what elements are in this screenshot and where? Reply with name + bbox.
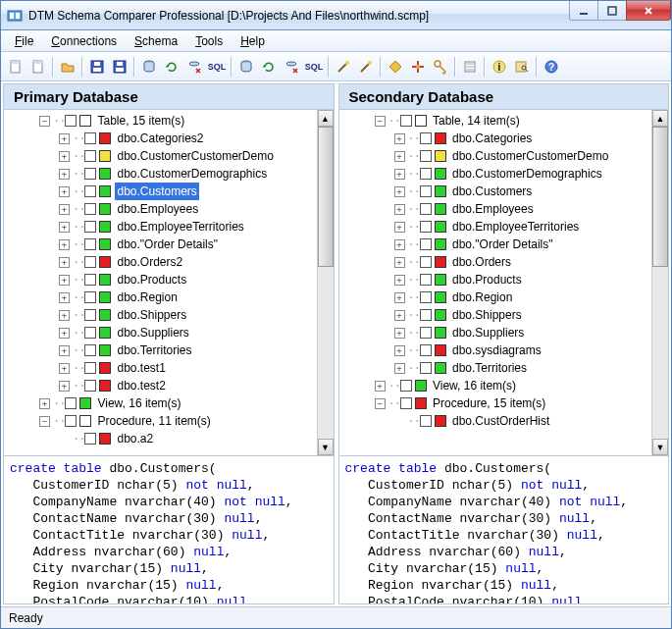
- tree-node[interactable]: −·· Table, 14 item(s): [341, 112, 650, 130]
- checkbox[interactable]: [84, 256, 96, 268]
- node-label[interactable]: dbo.CustomerCustomerDemo: [115, 147, 275, 165]
- node-label[interactable]: dbo.sysdiagrams: [450, 341, 543, 359]
- tree-node[interactable]: +·· dbo.test1: [6, 359, 315, 377]
- tree-node[interactable]: +·· dbo.CustomerDemographics: [6, 165, 315, 183]
- checkbox[interactable]: [84, 168, 96, 180]
- node-label[interactable]: Procedure, 11 item(s): [95, 412, 212, 430]
- expander-icon[interactable]: +: [59, 186, 70, 197]
- tree-node[interactable]: +·· dbo.Employees: [341, 200, 650, 218]
- tree-node[interactable]: −·· Table, 15 item(s): [6, 112, 315, 130]
- checkbox[interactable]: [84, 380, 96, 392]
- help-icon[interactable]: ?: [541, 56, 562, 78]
- expander-icon[interactable]: −: [375, 398, 386, 409]
- expander-icon[interactable]: +: [394, 151, 405, 162]
- expander-icon[interactable]: +: [394, 239, 405, 250]
- checkbox[interactable]: [400, 380, 412, 392]
- tree-node[interactable]: +·· dbo.Region: [341, 288, 650, 306]
- menu-help[interactable]: Help: [233, 32, 273, 50]
- tree-node[interactable]: +·· dbo.Suppliers: [6, 324, 315, 341]
- expander-icon[interactable]: +: [59, 222, 70, 233]
- expander-icon[interactable]: +: [394, 133, 405, 144]
- expander-icon[interactable]: +: [59, 345, 70, 356]
- checkbox[interactable]: [420, 203, 432, 215]
- node-label[interactable]: dbo.Shippers: [450, 306, 524, 324]
- node-label[interactable]: dbo.Customers: [115, 183, 198, 200]
- tree-node[interactable]: ·· dbo.a2: [6, 430, 315, 447]
- checkbox[interactable]: [420, 132, 432, 144]
- menu-tools[interactable]: Tools: [187, 32, 231, 50]
- node-label[interactable]: dbo.Employees: [115, 200, 200, 218]
- checkbox[interactable]: [420, 221, 432, 233]
- tree-node[interactable]: +·· dbo.Shippers: [6, 306, 315, 324]
- expander-icon[interactable]: +: [59, 133, 70, 144]
- checkbox[interactable]: [420, 362, 432, 374]
- filter-icon[interactable]: [459, 56, 481, 78]
- minimize-button[interactable]: [569, 1, 598, 21]
- info-icon[interactable]: i: [489, 56, 510, 78]
- hscrollbar[interactable]: ◀▶: [339, 455, 669, 456]
- node-label[interactable]: dbo.a2: [115, 430, 155, 447]
- open-icon[interactable]: [57, 56, 78, 78]
- tree-node[interactable]: +·· dbo.CustomerDemographics: [341, 165, 650, 183]
- checkbox[interactable]: [420, 344, 432, 356]
- tree-node[interactable]: +·· View, 16 item(s): [6, 394, 315, 412]
- expander-icon[interactable]: +: [39, 398, 50, 409]
- checkbox[interactable]: [420, 168, 432, 180]
- primary-sql[interactable]: create table dbo.Customers( CustomerID n…: [4, 456, 334, 603]
- node-label[interactable]: dbo.Territories: [115, 341, 193, 359]
- checkbox[interactable]: [84, 274, 96, 286]
- primary-tree[interactable]: −·· Table, 15 item(s)+·· dbo.Categories2…: [4, 110, 334, 456]
- checkbox[interactable]: [65, 397, 77, 409]
- sql2-icon[interactable]: SQL: [303, 56, 325, 78]
- tree-node[interactable]: +·· dbo.Categories: [341, 130, 650, 147]
- node-label[interactable]: dbo.Orders: [450, 253, 513, 271]
- expander-icon[interactable]: −: [375, 116, 386, 127]
- tree-node[interactable]: −·· Procedure, 15 item(s): [341, 394, 650, 412]
- node-label[interactable]: dbo.CustomerDemographics: [450, 165, 604, 183]
- expander-icon[interactable]: +: [59, 204, 70, 215]
- tree-node[interactable]: +·· dbo.test2: [6, 377, 315, 394]
- node-label[interactable]: dbo.Region: [450, 288, 514, 306]
- expander-icon[interactable]: [394, 416, 405, 427]
- checkbox[interactable]: [420, 309, 432, 321]
- tree-node[interactable]: +·· dbo.Products: [341, 271, 650, 288]
- expander-icon[interactable]: +: [59, 257, 70, 268]
- checkbox[interactable]: [84, 150, 96, 162]
- node-label[interactable]: dbo.Categories2: [115, 130, 205, 147]
- node-label[interactable]: dbo.Categories: [450, 130, 534, 147]
- tree-node[interactable]: ·· dbo.CustOrderHist: [341, 412, 650, 430]
- node-label[interactable]: dbo.test2: [115, 377, 167, 394]
- expander-icon[interactable]: −: [39, 416, 50, 427]
- checkbox[interactable]: [84, 327, 96, 339]
- node-label[interactable]: dbo.Products: [115, 271, 188, 288]
- checkbox[interactable]: [84, 185, 96, 197]
- menu-schema[interactable]: Schema: [127, 32, 185, 50]
- expander-icon[interactable]: +: [59, 310, 70, 321]
- expander-icon[interactable]: +: [59, 239, 70, 250]
- secondary-sql[interactable]: create table dbo.Customers( CustomerID n…: [339, 456, 669, 603]
- new-file-icon[interactable]: [5, 56, 26, 78]
- db2-icon[interactable]: [235, 56, 257, 78]
- secondary-tree[interactable]: −·· Table, 14 item(s)+·· dbo.Categories+…: [339, 110, 669, 456]
- tree-node[interactable]: +·· dbo."Order Details": [341, 236, 650, 253]
- refresh1-icon[interactable]: [161, 56, 182, 78]
- tree-node[interactable]: +·· dbo.Orders2: [6, 253, 315, 271]
- close-button[interactable]: [626, 1, 671, 21]
- expander-icon[interactable]: +: [59, 328, 70, 339]
- x1-icon[interactable]: [183, 56, 205, 78]
- checkbox[interactable]: [420, 291, 432, 303]
- node-label[interactable]: dbo.Region: [115, 288, 179, 306]
- wand-icon[interactable]: [333, 56, 354, 78]
- expander-icon[interactable]: +: [375, 381, 386, 392]
- node-label[interactable]: dbo."Order Details": [115, 236, 220, 253]
- checkbox[interactable]: [420, 238, 432, 250]
- tree-node[interactable]: +·· dbo.Orders: [341, 253, 650, 271]
- wand2-icon[interactable]: [355, 56, 377, 78]
- tree-node[interactable]: +·· dbo.Shippers: [341, 306, 650, 324]
- expander-icon[interactable]: +: [59, 363, 70, 374]
- node-label[interactable]: dbo.CustomerCustomerDemo: [450, 147, 610, 165]
- node-label[interactable]: dbo.Shippers: [115, 306, 188, 324]
- checkbox[interactable]: [84, 203, 96, 215]
- nav-icon[interactable]: [407, 56, 429, 78]
- maximize-button[interactable]: [597, 1, 627, 21]
